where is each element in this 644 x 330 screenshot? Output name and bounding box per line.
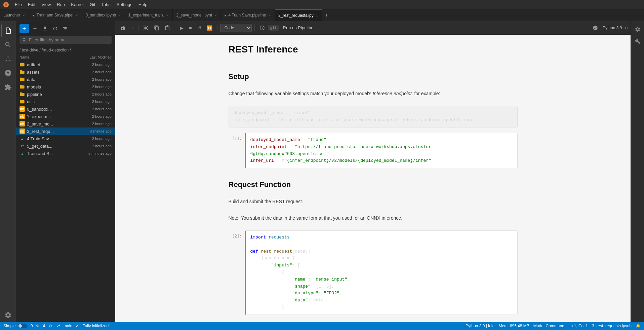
tab-experiment-label: 1_experiment_train. [128, 13, 164, 17]
code-cell-2[interactable]: [2]: import requests def rest_request(da… [229, 230, 518, 315]
menu-help[interactable]: Help [136, 1, 150, 8]
toggle-dot [18, 324, 22, 328]
restart-run-button[interactable]: ⏩ [205, 24, 214, 32]
run-button[interactable]: ▶ [178, 24, 186, 32]
list-item[interactable]: Y: 5_get_data... 2 hours ago [16, 142, 115, 150]
download-button[interactable] [41, 25, 49, 33]
svg-point-1 [5, 3, 7, 6]
stop-button[interactable]: ■ [187, 24, 194, 32]
notebook-title: REST Inference [229, 41, 518, 63]
cursor-position: Ln 1, Col 1 [568, 324, 588, 328]
file-name: 1_experim... [27, 114, 73, 119]
file-modified: 2 hours ago [75, 92, 112, 96]
tab-add-button[interactable]: + [322, 12, 331, 18]
code-editor-1[interactable]: deployed_model_name = "fraud" infer_endp… [245, 133, 518, 168]
file-name: Train and S... [27, 151, 73, 156]
upload-button[interactable] [31, 25, 39, 33]
file-name: 2_save_mo... [27, 121, 73, 126]
cursor-number: 0 [31, 324, 33, 328]
tab-sandbox-close[interactable]: × [118, 13, 121, 17]
cut-button[interactable] [141, 24, 151, 32]
kernel-status-circle: ○ [625, 25, 628, 31]
cell-type-selector[interactable]: Code Markdown Raw [220, 24, 252, 32]
menu-file[interactable]: File [12, 1, 25, 8]
app-logo [3, 1, 9, 8]
restart-button[interactable]: ↺ [195, 24, 203, 32]
list-item[interactable]: models 2 hours ago [16, 83, 115, 90]
list-item[interactable]: pipeline 2 hours ago [16, 90, 115, 98]
filter-button[interactable] [61, 25, 69, 33]
tab-experiment-close[interactable]: × [166, 13, 169, 17]
refresh-button[interactable] [51, 25, 59, 33]
right-build-icon[interactable] [632, 36, 643, 47]
tab-save-model-close[interactable]: × [214, 13, 217, 17]
code-line: deployed_model_name = "fraud" [234, 110, 513, 117]
save-button[interactable] [118, 24, 127, 32]
initialized-label: Fully initialized [82, 324, 109, 328]
menu-kernel[interactable]: Kernel [68, 1, 86, 8]
new-file-button[interactable]: + [19, 24, 29, 33]
list-item[interactable]: assets 2 hours ago [16, 68, 115, 76]
tab-train-save[interactable]: ⬥ Train and Save.pipel × [29, 9, 82, 21]
list-item[interactable]: ⬥ 4 Train Sav... 2 hours ago [16, 135, 115, 142]
list-item[interactable]: nb 2_save_mo... 2 hours ago [16, 120, 115, 127]
activity-git[interactable] [1, 52, 15, 66]
cell-count: 4 [43, 324, 45, 328]
activity-search[interactable] [1, 38, 15, 51]
search-input[interactable] [29, 37, 109, 42]
menu-run[interactable]: Run [54, 1, 68, 8]
list-item[interactable]: utils 2 hours ago [16, 98, 115, 105]
list-item[interactable]: artifact 2 hours ago [16, 61, 115, 68]
file-search-box[interactable] [19, 36, 112, 44]
activity-extensions[interactable] [1, 80, 15, 94]
tab-launcher[interactable]: Launcher × [0, 9, 29, 21]
folder-icon [19, 62, 25, 67]
tab-rest-requests-close[interactable]: × [315, 13, 319, 18]
clock-button[interactable] [257, 24, 267, 32]
tab-rest-requests[interactable]: 3_rest_requests.ipy × [275, 9, 322, 21]
list-item[interactable]: nb 0_sandbox... 2 hours ago [16, 105, 115, 113]
file-name: 4 Train Sav... [27, 136, 73, 141]
kernel-settings-button[interactable] [591, 24, 600, 32]
code-line: def rest_request(data): [250, 248, 513, 255]
menu-view[interactable]: View [39, 1, 53, 8]
tab-launcher-close[interactable]: × [22, 13, 25, 17]
pipeline-file-icon: ⬥ [19, 136, 25, 141]
code-line: "shape": [1, 5], [250, 283, 513, 290]
simple-toggle[interactable]: Simple [3, 324, 27, 328]
setup-paragraph: Change that following variable settings … [229, 87, 518, 103]
tab-train-pipeline-close[interactable]: × [268, 13, 271, 17]
activity-files[interactable] [1, 24, 15, 37]
menu-edit[interactable]: Edit [25, 1, 38, 8]
activity-settings[interactable] [1, 308, 15, 322]
menu-git[interactable]: Git [87, 1, 98, 8]
run-pipeline-button[interactable]: Run as Pipeline [280, 24, 316, 32]
copy-button[interactable] [152, 24, 161, 32]
code-editor-2[interactable]: import requests def rest_request(data): … [245, 230, 518, 315]
tab-train-save-close[interactable]: × [75, 13, 78, 17]
code-cell-1[interactable]: [1]: deployed_model_name = "fraud" infer… [229, 133, 518, 168]
list-item[interactable]: ⬥ Train and S... 6 minutes ago [16, 150, 115, 157]
list-item[interactable]: data 2 hours ago [16, 76, 115, 83]
bell-icon[interactable]: 🔔 [636, 324, 641, 328]
simple-label: Simple [3, 324, 16, 328]
separator-4 [254, 25, 255, 31]
activity-debug[interactable] [1, 66, 15, 80]
paste-button[interactable] [163, 24, 172, 32]
menu-settings[interactable]: Settings [114, 1, 135, 8]
file-modified: 2 hours ago [75, 114, 112, 118]
settings-icon[interactable]: ⚙ [48, 324, 52, 328]
notebook-icon: nb [19, 114, 25, 119]
tab-train-pipeline[interactable]: ⬥ 4 Train Save.pipeline × [221, 9, 275, 21]
list-item[interactable]: nb 1_experim... 2 hours ago [16, 113, 115, 120]
menu-tabs[interactable]: Tabs [98, 1, 113, 8]
toggle-pill[interactable] [18, 324, 27, 328]
right-settings-icon[interactable] [632, 24, 643, 35]
tab-sandbox[interactable]: 0_sandbox.ipynb × [82, 9, 125, 21]
tab-save-model[interactable]: 2_save_model.ipynt × [173, 9, 221, 21]
add-cell-button[interactable]: + [129, 24, 135, 32]
list-item-active[interactable]: nb 3_rest_requ... a minute ago [16, 127, 115, 135]
tab-save-model-label: 2_save_model.ipynt [176, 13, 212, 17]
tab-bar: Launcher × ⬥ Train and Save.pipel × 0_sa… [0, 9, 644, 21]
tab-experiment[interactable]: 1_experiment_train. × [125, 9, 173, 21]
